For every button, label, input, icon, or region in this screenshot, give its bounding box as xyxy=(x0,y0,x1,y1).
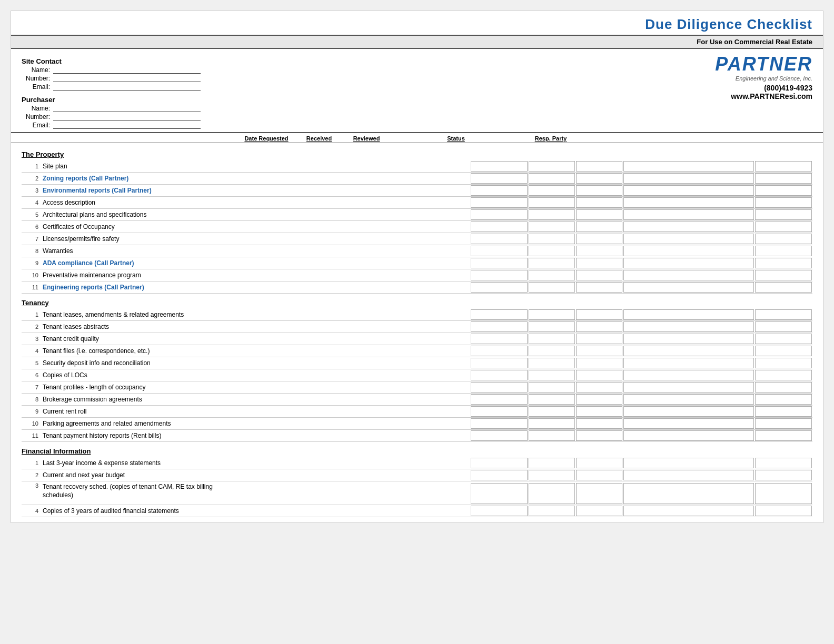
cell-status[interactable] xyxy=(623,209,754,220)
cell-received[interactable] xyxy=(529,382,575,393)
cell-received[interactable] xyxy=(529,470,575,480)
site-name-input[interactable] xyxy=(53,66,201,74)
cell-reviewed[interactable] xyxy=(576,270,622,280)
cell-received[interactable] xyxy=(529,161,575,172)
cell-date-requested[interactable] xyxy=(471,222,528,232)
cell-received[interactable] xyxy=(529,234,575,244)
cell-date-requested[interactable] xyxy=(471,430,528,441)
cell-status[interactable] xyxy=(623,370,754,380)
cell-status[interactable] xyxy=(623,173,754,184)
cell-date-requested[interactable] xyxy=(471,358,528,368)
cell-reviewed[interactable] xyxy=(576,222,622,232)
cell-date-requested[interactable] xyxy=(471,173,528,184)
cell-reviewed[interactable] xyxy=(576,185,622,196)
cell-received[interactable] xyxy=(529,358,575,368)
cell-reviewed[interactable] xyxy=(576,161,622,172)
cell-reviewed[interactable] xyxy=(576,282,622,293)
cell-received[interactable] xyxy=(529,506,575,516)
cell-status[interactable] xyxy=(623,258,754,268)
cell-status[interactable] xyxy=(623,406,754,417)
cell-status[interactable] xyxy=(623,309,754,320)
purchaser-name-input[interactable] xyxy=(53,105,201,112)
cell-resp-party[interactable] xyxy=(755,321,812,332)
cell-resp-party[interactable] xyxy=(755,173,812,184)
cell-received[interactable] xyxy=(529,483,575,504)
cell-resp-party[interactable] xyxy=(755,209,812,220)
cell-status[interactable] xyxy=(623,506,754,516)
cell-received[interactable] xyxy=(529,270,575,280)
cell-resp-party[interactable] xyxy=(755,246,812,256)
cell-reviewed[interactable] xyxy=(576,382,622,393)
cell-date-requested[interactable] xyxy=(471,334,528,344)
cell-reviewed[interactable] xyxy=(576,358,622,368)
cell-status[interactable] xyxy=(623,270,754,280)
cell-reviewed[interactable] xyxy=(576,458,622,468)
cell-received[interactable] xyxy=(529,394,575,405)
cell-resp-party[interactable] xyxy=(755,309,812,320)
cell-reviewed[interactable] xyxy=(576,209,622,220)
cell-received[interactable] xyxy=(529,370,575,380)
cell-resp-party[interactable] xyxy=(755,370,812,380)
cell-status[interactable] xyxy=(623,161,754,172)
cell-status[interactable] xyxy=(623,418,754,429)
cell-resp-party[interactable] xyxy=(755,222,812,232)
cell-date-requested[interactable] xyxy=(471,346,528,356)
cell-date-requested[interactable] xyxy=(471,406,528,417)
cell-status[interactable] xyxy=(623,334,754,344)
cell-received[interactable] xyxy=(529,246,575,256)
cell-resp-party[interactable] xyxy=(755,234,812,244)
cell-resp-party[interactable] xyxy=(755,185,812,196)
cell-resp-party[interactable] xyxy=(755,418,812,429)
cell-date-requested[interactable] xyxy=(471,309,528,320)
cell-status[interactable] xyxy=(623,197,754,208)
cell-resp-party[interactable] xyxy=(755,258,812,268)
cell-date-requested[interactable] xyxy=(471,161,528,172)
cell-reviewed[interactable] xyxy=(576,321,622,332)
cell-reviewed[interactable] xyxy=(576,394,622,405)
cell-status[interactable] xyxy=(623,470,754,480)
cell-reviewed[interactable] xyxy=(576,234,622,244)
purchaser-number-input[interactable] xyxy=(53,113,201,120)
cell-status[interactable] xyxy=(623,346,754,356)
cell-received[interactable] xyxy=(529,209,575,220)
site-number-input[interactable] xyxy=(53,75,201,82)
cell-reviewed[interactable] xyxy=(576,309,622,320)
cell-status[interactable] xyxy=(623,358,754,368)
cell-date-requested[interactable] xyxy=(471,282,528,293)
cell-resp-party[interactable] xyxy=(755,161,812,172)
cell-received[interactable] xyxy=(529,334,575,344)
cell-date-requested[interactable] xyxy=(471,382,528,393)
cell-received[interactable] xyxy=(529,430,575,441)
cell-reviewed[interactable] xyxy=(576,346,622,356)
cell-reviewed[interactable] xyxy=(576,197,622,208)
cell-date-requested[interactable] xyxy=(471,270,528,280)
cell-resp-party[interactable] xyxy=(755,394,812,405)
cell-received[interactable] xyxy=(529,197,575,208)
cell-resp-party[interactable] xyxy=(755,270,812,280)
site-email-input[interactable] xyxy=(53,83,201,90)
cell-received[interactable] xyxy=(529,222,575,232)
cell-date-requested[interactable] xyxy=(471,197,528,208)
cell-status[interactable] xyxy=(623,394,754,405)
cell-resp-party[interactable] xyxy=(755,406,812,417)
cell-status[interactable] xyxy=(623,185,754,196)
cell-resp-party[interactable] xyxy=(755,334,812,344)
cell-received[interactable] xyxy=(529,309,575,320)
cell-date-requested[interactable] xyxy=(471,246,528,256)
cell-reviewed[interactable] xyxy=(576,370,622,380)
cell-date-requested[interactable] xyxy=(471,209,528,220)
cell-resp-party[interactable] xyxy=(755,282,812,293)
cell-status[interactable] xyxy=(623,282,754,293)
cell-date-requested[interactable] xyxy=(471,470,528,480)
cell-resp-party[interactable] xyxy=(755,358,812,368)
cell-date-requested[interactable] xyxy=(471,185,528,196)
cell-received[interactable] xyxy=(529,173,575,184)
cell-date-requested[interactable] xyxy=(471,258,528,268)
cell-reviewed[interactable] xyxy=(576,334,622,344)
cell-status[interactable] xyxy=(623,458,754,468)
cell-reviewed[interactable] xyxy=(576,470,622,480)
cell-received[interactable] xyxy=(529,458,575,468)
cell-resp-party[interactable] xyxy=(755,470,812,480)
cell-resp-party[interactable] xyxy=(755,506,812,516)
cell-date-requested[interactable] xyxy=(471,458,528,468)
